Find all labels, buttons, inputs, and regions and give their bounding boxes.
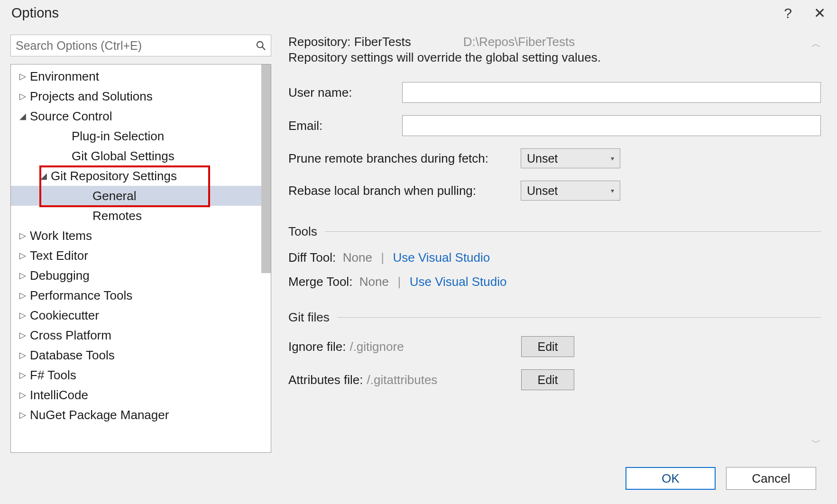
chevron-down-icon[interactable]: ﹀ <box>811 436 821 449</box>
close-icon[interactable]: ✕ <box>814 5 826 21</box>
diff-tool-value: None <box>339 250 372 265</box>
username-label: User name: <box>288 85 402 100</box>
collapsed-icon: ▷ <box>18 390 27 400</box>
tree-item-label: Git Global Settings <box>72 149 175 164</box>
options-dialog: Options ? ✕ ▷Environment▷Projects and So… <box>0 0 837 504</box>
tree-item-label: Environment <box>30 69 99 84</box>
separator: | <box>377 250 387 265</box>
search-icon <box>256 40 266 51</box>
repository-desc: Repository settings will override the gl… <box>288 50 821 65</box>
diff-tool-row: Diff Tool: None | Use Visual Studio <box>288 250 821 265</box>
tree-item[interactable]: ▷Cookiecutter <box>11 305 271 325</box>
merge-tool-label: Merge Tool: <box>288 275 352 289</box>
main-columns: ▷Environment▷Projects and Solutions◢Sour… <box>10 35 827 453</box>
merge-tool-link[interactable]: Use Visual Studio <box>410 275 507 289</box>
collapsed-icon: ▷ <box>18 71 27 82</box>
attributes-file-value: /.gitattributes <box>367 373 438 387</box>
ok-button[interactable]: OK <box>625 467 716 490</box>
tree-item[interactable]: ▷Cross Platform <box>11 325 271 345</box>
separator: | <box>394 275 404 289</box>
tree-item[interactable]: Plug-in Selection <box>11 126 271 146</box>
tree-item[interactable]: ▷Text Editor <box>11 246 271 266</box>
divider <box>337 317 821 318</box>
options-tree[interactable]: ▷Environment▷Projects and Solutions◢Sour… <box>10 64 271 453</box>
tree-item[interactable]: ▷NuGet Package Manager <box>11 405 271 425</box>
tree-item[interactable]: ▷Debugging <box>11 266 271 285</box>
collapsed-icon: ▷ <box>18 350 27 360</box>
tree-item[interactable]: ◢Source Control <box>11 106 271 126</box>
rebase-row: Rebase local branch when pulling: Unset … <box>288 181 821 201</box>
tree-item[interactable]: Git Global Settings <box>11 146 271 166</box>
collapsed-icon: ▷ <box>18 270 27 281</box>
repository-line: Repository: FiberTests D:\Repos\FiberTes… <box>288 35 821 49</box>
merge-tool-row: Merge Tool: None | Use Visual Studio <box>288 275 821 289</box>
gitfiles-heading: Git files <box>288 310 821 325</box>
scrollbar[interactable] <box>261 64 271 273</box>
tree-item[interactable]: General <box>11 186 271 206</box>
tree-item-label: Git Repository Settings <box>51 169 177 183</box>
collapsed-icon: ▷ <box>18 370 27 380</box>
tree-item-label: Text Editor <box>30 248 88 263</box>
search-box[interactable] <box>10 35 271 56</box>
tree-item[interactable]: ▷Performance Tools <box>11 285 271 305</box>
divider <box>325 231 821 232</box>
window-title: Options <box>11 5 59 21</box>
collapsed-icon: ▷ <box>18 230 27 241</box>
prune-select[interactable]: Unset ▾ <box>521 148 620 168</box>
tree-item-label: Source Control <box>30 109 112 124</box>
tree-item[interactable]: Remotes <box>11 206 271 226</box>
gitfiles-heading-text: Git files <box>288 310 330 325</box>
tree-item-label: IntelliCode <box>30 388 88 403</box>
tree-item[interactable]: ▷Work Items <box>11 226 271 246</box>
svg-point-0 <box>257 42 263 48</box>
expanded-icon: ◢ <box>39 171 48 181</box>
repository-path: D:\Repos\FiberTests <box>463 35 575 49</box>
tree-item-label: Cookiecutter <box>30 308 99 323</box>
tools-heading: Tools <box>288 224 821 239</box>
ignore-edit-button[interactable]: Edit <box>521 336 574 357</box>
collapsed-icon: ▷ <box>18 250 27 261</box>
attributes-file-row: Attributes file: /.gitattributes Edit <box>288 369 821 390</box>
email-row: Email: <box>288 115 821 136</box>
tree-item-label: Database Tools <box>30 348 115 363</box>
email-input[interactable] <box>402 115 821 136</box>
collapsed-icon: ▷ <box>18 91 27 101</box>
prune-label: Prune remote branches during fetch: <box>288 151 521 166</box>
rebase-value: Unset <box>527 184 558 198</box>
ignore-file-row: Ignore file: /.gitignore Edit <box>288 336 821 357</box>
settings-panel: ︿ Repository: FiberTests D:\Repos\FiberT… <box>288 35 827 453</box>
tree-item[interactable]: ▷Projects and Solutions <box>11 86 271 106</box>
diff-tool-link[interactable]: Use Visual Studio <box>393 250 490 265</box>
dialog-body: ▷Environment▷Projects and Solutions◢Sour… <box>0 26 837 504</box>
rebase-select[interactable]: Unset ▾ <box>521 181 620 201</box>
collapsed-icon: ▷ <box>18 410 27 420</box>
tree-item-label: NuGet Package Manager <box>30 408 169 422</box>
tree-item[interactable]: ▷IntelliCode <box>11 385 271 405</box>
username-row: User name: <box>288 82 821 103</box>
tree-item-label: Performance Tools <box>30 288 132 303</box>
prune-row: Prune remote branches during fetch: Unse… <box>288 148 821 168</box>
username-input[interactable] <box>402 82 821 103</box>
tree-item-label: F# Tools <box>30 368 76 383</box>
tree-item[interactable]: ◢Git Repository Settings <box>11 166 271 186</box>
search-input[interactable] <box>11 35 271 56</box>
tools-heading-text: Tools <box>288 224 317 239</box>
tree-item[interactable]: ▷Database Tools <box>11 345 271 365</box>
chevron-up-icon[interactable]: ︿ <box>811 37 821 50</box>
ignore-file-label: Ignore file: <box>288 339 346 354</box>
tree-item-label: General <box>92 189 137 203</box>
collapsed-icon: ▷ <box>18 330 27 340</box>
cancel-button[interactable]: Cancel <box>726 467 816 490</box>
dialog-footer: OK Cancel <box>10 453 827 504</box>
tree-item-label: Plug-in Selection <box>72 129 164 144</box>
rebase-label: Rebase local branch when pulling: <box>288 183 521 198</box>
tree-item[interactable]: ▷F# Tools <box>11 365 271 385</box>
expanded-icon: ◢ <box>18 111 27 121</box>
help-icon[interactable]: ? <box>784 5 792 21</box>
attributes-edit-button[interactable]: Edit <box>521 369 574 390</box>
tree-item[interactable]: ▷Environment <box>11 66 271 86</box>
collapsed-icon: ▷ <box>18 290 27 301</box>
tree-item-label: Work Items <box>30 229 92 243</box>
left-pane: ▷Environment▷Projects and Solutions◢Sour… <box>10 35 271 453</box>
titlebar: Options ? ✕ <box>0 0 837 26</box>
